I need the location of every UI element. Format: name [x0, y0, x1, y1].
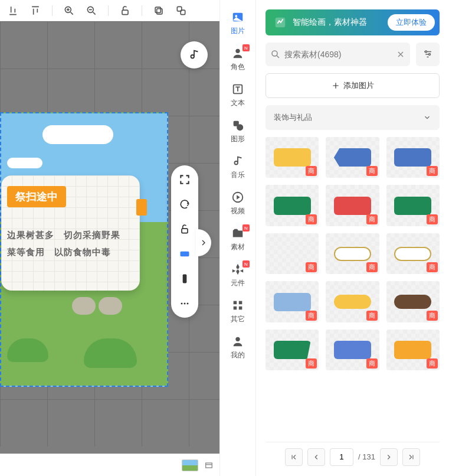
asset-tag: 商	[366, 166, 378, 176]
cloud-decoration	[42, 125, 113, 144]
svg-rect-4	[155, 7, 160, 12]
info-card[interactable]: 祭扫途中 边果树甚多 切勿采摘野果 菜等食用 以防食物中毒	[1, 175, 140, 291]
asset-tag: 商	[427, 214, 438, 224]
copy-icon[interactable]	[153, 5, 165, 17]
category-dropdown[interactable]: 装饰与礼品	[266, 105, 440, 130]
top-toolbar	[0, 0, 219, 21]
asset-tag: 商	[427, 262, 438, 272]
asset-item[interactable]: 商	[326, 233, 379, 274]
asset-item[interactable]: 商	[386, 330, 440, 370]
asset-shape	[274, 244, 311, 263]
svg-point-28	[425, 51, 427, 53]
asset-item[interactable]: 商	[326, 137, 379, 178]
category-label: 我的	[231, 350, 245, 360]
category-assets[interactable]: N 素材	[220, 227, 255, 252]
music-icon	[231, 155, 244, 168]
asset-tag: 商	[366, 214, 378, 224]
device-landscape-icon[interactable]	[179, 248, 191, 260]
panel-toggle-icon[interactable]	[204, 461, 214, 470]
zoom-out-icon[interactable]	[86, 5, 97, 17]
asset-shape	[274, 197, 311, 215]
asset-item[interactable]: 商	[266, 233, 319, 274]
category-other[interactable]: 其它	[220, 299, 255, 324]
filter-button[interactable]	[416, 43, 440, 66]
duplicate-icon[interactable]	[175, 5, 187, 17]
category-shape[interactable]: 图形	[220, 119, 255, 144]
asset-item[interactable]: 商	[326, 281, 379, 322]
more-icon[interactable]	[179, 298, 191, 309]
asset-item[interactable]: 商	[326, 185, 379, 226]
page-prev-button[interactable]	[307, 448, 325, 466]
svg-rect-3	[157, 8, 162, 14]
asset-shape	[274, 341, 311, 359]
svg-point-29	[429, 54, 431, 56]
asset-item[interactable]: 商	[266, 330, 319, 370]
rock-decoration	[99, 297, 122, 315]
ai-banner[interactable]: 智能绘画，素材神器 立即体验	[266, 9, 440, 35]
new-badge: N	[242, 44, 250, 51]
category-label: 图形	[231, 134, 245, 144]
category-label: 其它	[231, 314, 245, 324]
image-icon	[231, 11, 244, 24]
grid-icon	[231, 299, 244, 312]
fullscreen-icon[interactable]	[179, 174, 191, 185]
asset-shape	[334, 247, 371, 261]
category-mine[interactable]: 我的	[220, 335, 255, 360]
clear-icon[interactable]	[396, 50, 405, 59]
asset-item[interactable]: 商	[386, 233, 440, 274]
banner-cta-button[interactable]: 立即体验	[388, 14, 435, 31]
category-video[interactable]: 视频	[220, 191, 255, 216]
asset-shape	[394, 341, 431, 359]
asset-tag: 商	[306, 166, 317, 176]
asset-shape	[274, 293, 311, 311]
asset-item[interactable]: 商	[386, 137, 440, 178]
asset-item[interactable]: 商	[326, 330, 379, 370]
asset-shape	[334, 341, 371, 359]
asset-item[interactable]: 商	[266, 185, 319, 226]
search-input[interactable]	[284, 50, 396, 59]
page-next-button[interactable]	[380, 448, 398, 466]
category-label: 元件	[231, 278, 245, 288]
add-image-button[interactable]: 添加图片	[266, 73, 440, 98]
category-music[interactable]: 音乐	[220, 155, 255, 180]
asset-item[interactable]: 商	[266, 137, 319, 178]
unlock-icon[interactable]	[119, 5, 131, 17]
page-last-button[interactable]	[402, 448, 420, 466]
asset-panel: 智能绘画，素材神器 立即体验 添加图片 装饰与礼品 商商商商商商商商商商商商商商…	[256, 0, 449, 476]
asset-item[interactable]: 商	[386, 281, 440, 322]
category-label: 图片	[231, 26, 245, 36]
asset-tag: 商	[366, 358, 378, 369]
chevron-down-icon	[423, 113, 431, 122]
shape-icon	[231, 119, 244, 132]
asset-shape	[394, 247, 431, 261]
category-image[interactable]: 图片	[220, 11, 255, 36]
separator	[142, 5, 142, 16]
zoom-in-icon[interactable]	[63, 5, 75, 17]
category-label: 角色	[231, 62, 245, 72]
page-thumbnail[interactable]	[182, 459, 198, 471]
device-portrait-icon[interactable]	[179, 273, 191, 285]
svg-rect-9	[183, 275, 187, 283]
stage[interactable]: 祭扫途中 边果树甚多 切勿采摘野果 菜等食用 以防食物中毒	[0, 112, 168, 387]
rock-decoration	[72, 297, 96, 315]
rotate-icon[interactable]	[179, 198, 191, 210]
align-top-icon[interactable]	[30, 5, 41, 17]
tab-decoration	[136, 199, 147, 216]
asset-item[interactable]: 商	[266, 281, 319, 322]
asset-tag: 商	[427, 166, 438, 176]
bush-decoration	[84, 338, 137, 368]
page-input[interactable]	[330, 448, 353, 466]
align-bottom-icon[interactable]	[7, 5, 19, 17]
dropdown-value: 装饰与礼品	[274, 112, 312, 123]
category-text[interactable]: 文本	[220, 83, 255, 108]
search-box[interactable]	[266, 43, 410, 66]
asset-shape	[394, 197, 431, 215]
music-button[interactable]	[181, 41, 208, 69]
category-role[interactable]: N 角色	[220, 47, 255, 72]
svg-point-12	[187, 303, 189, 305]
unlock-icon[interactable]	[179, 223, 191, 235]
page-first-button[interactable]	[285, 448, 303, 466]
category-component[interactable]: N 元件	[220, 263, 255, 288]
asset-item[interactable]: 商	[386, 185, 440, 226]
asset-tag: 商	[306, 214, 317, 224]
